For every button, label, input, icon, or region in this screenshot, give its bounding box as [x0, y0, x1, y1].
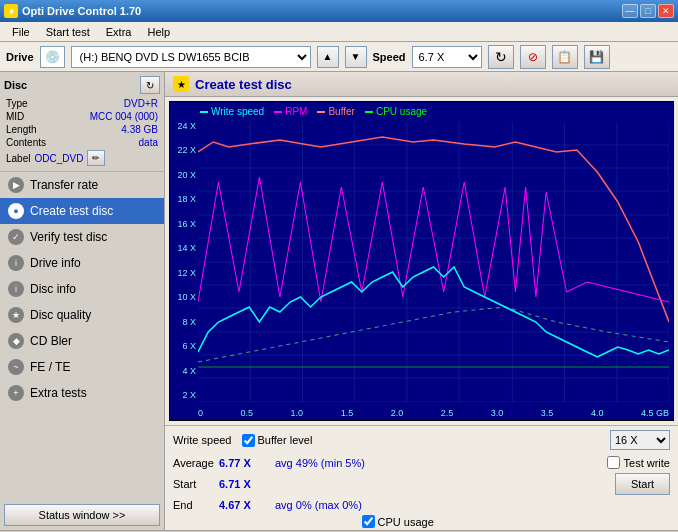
test-write-checkbox[interactable] [607, 456, 620, 469]
x-label-8: 4.0 [591, 408, 604, 418]
start-button[interactable]: Start [615, 473, 670, 495]
buffer-level-label: Buffer level [258, 434, 313, 446]
x-label-1: 0.5 [241, 408, 254, 418]
panel-header-title: Create test disc [195, 77, 292, 92]
write-speed-legend-dot [200, 111, 208, 113]
sidebar-item-verify-test-disc[interactable]: ✓ Verify test disc [0, 224, 164, 250]
sidebar-item-extra-tests[interactable]: + Extra tests [0, 380, 164, 406]
x-label-2: 1.0 [291, 408, 304, 418]
drive-disc-icon: 💿 [45, 50, 60, 64]
y-label-5: 12 X [170, 269, 198, 278]
menu-extra[interactable]: Extra [98, 24, 140, 40]
cpu-usage-row: CPU usage [165, 513, 678, 530]
legend-rpm: RPM [274, 106, 307, 117]
verify-test-disc-icon: ✓ [8, 229, 24, 245]
disc-type-val: DVD+R [124, 98, 158, 109]
status-window-button[interactable]: Status window >> [4, 504, 160, 526]
drive-up-button[interactable]: ▲ [317, 46, 339, 68]
x-label-4: 2.0 [391, 408, 404, 418]
maximize-button[interactable]: □ [640, 4, 656, 18]
buffer-legend-label: Buffer [328, 106, 355, 117]
y-label-6: 14 X [170, 244, 198, 253]
disc-contents-key: Contents [6, 137, 46, 148]
drive-down-button[interactable]: ▼ [345, 46, 367, 68]
end-val: 4.67 X [219, 499, 269, 511]
buffer-legend-dot [317, 111, 325, 113]
speed-select[interactable]: 6.7 X [412, 46, 482, 68]
x-label-3: 1.5 [341, 408, 354, 418]
test-speed-select[interactable]: 16 X 8 X 4 X 2 X [610, 430, 670, 450]
disc-contents-val: data [139, 137, 158, 148]
panel-header: ★ Create test disc [165, 72, 678, 97]
x-label-9: 4.5 GB [641, 408, 669, 418]
app-icon: ★ [4, 4, 18, 18]
y-label-2: 6 X [170, 342, 198, 351]
extra-tests-icon: + [8, 385, 24, 401]
y-label-9: 20 X [170, 171, 198, 180]
start-key: Start [173, 478, 213, 490]
disc-label-edit-button[interactable]: ✏ [87, 150, 105, 166]
title-bar-controls: — □ ✕ [622, 4, 674, 18]
write-speed-legend-label: Write speed [211, 106, 264, 117]
disc-type-row: Type DVD+R [4, 97, 160, 110]
sidebar-item-disc-info[interactable]: i Disc info [0, 276, 164, 302]
sidebar-item-fe-te[interactable]: ~ FE / TE [0, 354, 164, 380]
buffer-level-checkbox[interactable] [242, 434, 255, 447]
x-label-6: 3.0 [491, 408, 504, 418]
sidebar-item-create-test-disc[interactable]: ● Create test disc [0, 198, 164, 224]
disc-copy-button[interactable]: 📋 [552, 45, 578, 69]
minimize-button[interactable]: — [622, 4, 638, 18]
menu-bar: File Start test Extra Help [0, 22, 678, 42]
drive-info-label: Drive info [30, 256, 81, 270]
speed-label: Speed [373, 51, 406, 63]
legend-write-speed: Write speed [200, 106, 264, 117]
refresh-drive-button[interactable]: ↻ [488, 45, 514, 69]
disc-mid-val: MCC 004 (000) [90, 111, 158, 122]
average-desc: avg 49% (min 5%) [275, 457, 365, 469]
start-stat: Start 6.71 X [173, 478, 269, 490]
sidebar-item-disc-quality[interactable]: ★ Disc quality [0, 302, 164, 328]
disc-label-row: Label ODC_DVD ✏ [4, 149, 160, 167]
disc-info-icon: i [8, 281, 24, 297]
sidebar-item-drive-info[interactable]: i Drive info [0, 250, 164, 276]
sidebar-item-transfer-rate[interactable]: ▶ Transfer rate [0, 172, 164, 198]
y-label-8: 18 X [170, 195, 198, 204]
disc-length-row: Length 4.38 GB [4, 123, 160, 136]
y-label-3: 8 X [170, 318, 198, 327]
sidebar-item-cd-bler[interactable]: ◆ CD Bler [0, 328, 164, 354]
cd-bler-label: CD Bler [30, 334, 72, 348]
disc-mid-key: MID [6, 111, 24, 122]
start-btn-area: Start [615, 473, 670, 495]
cpu-legend-label: CPU usage [376, 106, 427, 117]
legend-cpu: CPU usage [365, 106, 427, 117]
y-label-7: 16 X [170, 220, 198, 229]
drive-label: Drive [6, 51, 34, 63]
drive-icon-area: 💿 [40, 46, 65, 68]
disc-label-val: ODC_DVD [34, 153, 83, 164]
menu-help[interactable]: Help [139, 24, 178, 40]
menu-file[interactable]: File [4, 24, 38, 40]
test-write-area: Test write [607, 456, 670, 469]
x-axis: 0 0.5 1.0 1.5 2.0 2.5 3.0 3.5 4.0 4.5 GB [198, 408, 669, 418]
disc-quality-icon: ★ [8, 307, 24, 323]
save-button[interactable]: 💾 [584, 45, 610, 69]
transfer-rate-label: Transfer rate [30, 178, 98, 192]
x-label-0: 0 [198, 408, 203, 418]
close-button[interactable]: ✕ [658, 4, 674, 18]
disc-contents-row: Contents data [4, 136, 160, 149]
cpu-usage-checkbox[interactable] [362, 515, 375, 528]
drive-select[interactable]: (H:) BENQ DVD LS DW1655 BCIB [71, 46, 311, 68]
cpu-legend-dot [365, 111, 373, 113]
disc-refresh-button[interactable]: ↻ [140, 76, 160, 94]
controls-row-1: Write speed Buffer level 16 X 8 X 4 X 2 … [165, 425, 678, 454]
y-axis: 2 X 4 X 6 X 8 X 10 X 12 X 14 X 16 X 18 X… [170, 122, 198, 400]
disc-quality-label: Disc quality [30, 308, 91, 322]
fe-te-label: FE / TE [30, 360, 70, 374]
menu-start-test[interactable]: Start test [38, 24, 98, 40]
legend-buffer: Buffer [317, 106, 355, 117]
erase-button[interactable]: ⊘ [520, 45, 546, 69]
right-panel: ★ Create test disc Write speed RPM Buffe… [165, 72, 678, 530]
drive-info-icon: i [8, 255, 24, 271]
y-label-11: 24 X [170, 122, 198, 131]
average-stat: Average 6.77 X avg 49% (min 5%) [173, 457, 365, 469]
